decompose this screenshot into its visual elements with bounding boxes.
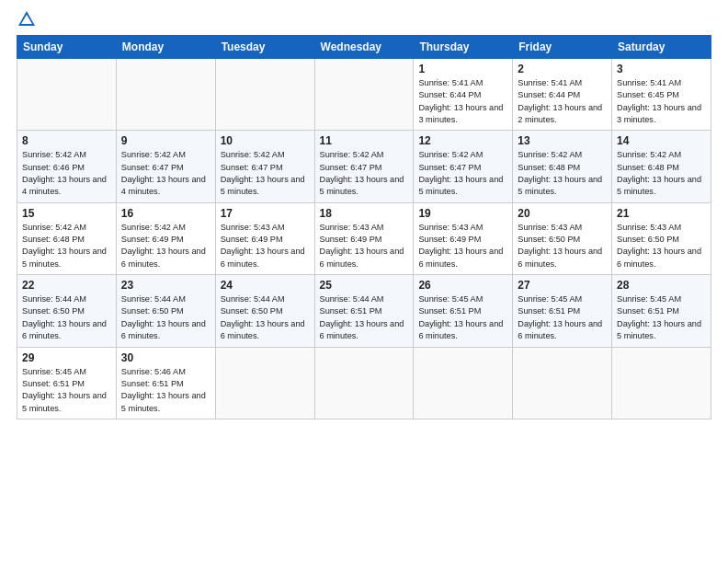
day-number: 11 xyxy=(320,134,409,147)
day-number: 15 xyxy=(22,207,111,220)
day-info: Sunrise: 5:42 AMSunset: 6:49 PMDaylight:… xyxy=(121,222,210,270)
day-number: 29 xyxy=(22,351,111,364)
day-info: Sunrise: 5:42 AMSunset: 6:47 PMDaylight:… xyxy=(320,149,409,198)
day-number: 28 xyxy=(617,279,706,292)
day-number: 12 xyxy=(418,134,507,147)
day-number: 10 xyxy=(221,134,310,147)
calendar-cell: 30Sunrise: 5:46 AMSunset: 6:51 PMDayligh… xyxy=(116,347,215,419)
calendar-cell: 25Sunrise: 5:44 AMSunset: 6:51 PMDayligh… xyxy=(314,275,414,347)
calendar-week-row: 15Sunrise: 5:42 AMSunset: 6:48 PMDayligh… xyxy=(17,202,711,274)
day-number: 18 xyxy=(320,207,409,220)
calendar-cell: 23Sunrise: 5:44 AMSunset: 6:50 PMDayligh… xyxy=(116,275,215,347)
calendar-week-row: 22Sunrise: 5:44 AMSunset: 6:50 PMDayligh… xyxy=(17,275,711,347)
day-number: 22 xyxy=(22,279,111,292)
calendar-cell: 22Sunrise: 5:44 AMSunset: 6:50 PMDayligh… xyxy=(17,275,117,347)
day-header-monday: Monday xyxy=(116,36,215,59)
calendar-cell: 16Sunrise: 5:42 AMSunset: 6:49 PMDayligh… xyxy=(116,202,215,274)
day-info: Sunrise: 5:44 AMSunset: 6:51 PMDaylight:… xyxy=(320,293,409,342)
day-number: 16 xyxy=(121,207,210,220)
calendar-cell xyxy=(314,59,414,131)
day-info: Sunrise: 5:45 AMSunset: 6:51 PMDaylight:… xyxy=(617,293,706,342)
day-info: Sunrise: 5:44 AMSunset: 6:50 PMDaylight:… xyxy=(121,293,210,342)
day-info: Sunrise: 5:43 AMSunset: 6:49 PMDaylight:… xyxy=(320,222,409,270)
day-number: 13 xyxy=(518,134,607,147)
day-header-tuesday: Tuesday xyxy=(215,36,314,59)
header xyxy=(17,9,711,29)
day-info: Sunrise: 5:43 AMSunset: 6:50 PMDaylight:… xyxy=(518,222,607,270)
day-info: Sunrise: 5:43 AMSunset: 6:49 PMDaylight:… xyxy=(221,222,310,270)
calendar-week-row: 1Sunrise: 5:41 AMSunset: 6:44 PMDaylight… xyxy=(17,59,711,131)
calendar-cell: 24Sunrise: 5:44 AMSunset: 6:50 PMDayligh… xyxy=(215,275,314,347)
calendar-week-row: 8Sunrise: 5:42 AMSunset: 6:46 PMDaylight… xyxy=(17,131,711,202)
day-number: 25 xyxy=(320,279,409,292)
calendar-cell: 27Sunrise: 5:45 AMSunset: 6:51 PMDayligh… xyxy=(513,275,612,347)
calendar-cell xyxy=(17,59,117,131)
day-info: Sunrise: 5:42 AMSunset: 6:47 PMDaylight:… xyxy=(418,149,507,198)
day-info: Sunrise: 5:42 AMSunset: 6:48 PMDaylight:… xyxy=(617,149,706,198)
day-number: 1 xyxy=(418,63,507,75)
calendar-cell: 19Sunrise: 5:43 AMSunset: 6:49 PMDayligh… xyxy=(414,202,513,274)
calendar-cell: 14Sunrise: 5:42 AMSunset: 6:48 PMDayligh… xyxy=(612,131,711,202)
day-number: 23 xyxy=(121,279,210,292)
day-info: Sunrise: 5:46 AMSunset: 6:51 PMDaylight:… xyxy=(121,366,210,415)
calendar-cell xyxy=(513,347,612,419)
calendar-cell: 20Sunrise: 5:43 AMSunset: 6:50 PMDayligh… xyxy=(513,202,612,274)
calendar-cell: 11Sunrise: 5:42 AMSunset: 6:47 PMDayligh… xyxy=(314,131,414,202)
day-info: Sunrise: 5:45 AMSunset: 6:51 PMDaylight:… xyxy=(22,366,111,415)
calendar-week-row: 29Sunrise: 5:45 AMSunset: 6:51 PMDayligh… xyxy=(17,347,711,419)
calendar-cell: 2Sunrise: 5:41 AMSunset: 6:44 PMDaylight… xyxy=(513,59,612,131)
calendar-cell: 21Sunrise: 5:43 AMSunset: 6:50 PMDayligh… xyxy=(612,202,711,274)
day-number: 30 xyxy=(121,351,210,364)
day-info: Sunrise: 5:42 AMSunset: 6:48 PMDaylight:… xyxy=(518,149,607,198)
calendar-cell xyxy=(314,347,414,419)
day-info: Sunrise: 5:42 AMSunset: 6:48 PMDaylight:… xyxy=(22,222,111,270)
day-header-thursday: Thursday xyxy=(414,36,513,59)
day-number: 20 xyxy=(518,207,607,220)
calendar-cell: 17Sunrise: 5:43 AMSunset: 6:49 PMDayligh… xyxy=(215,202,314,274)
day-number: 19 xyxy=(418,207,507,220)
day-number: 21 xyxy=(617,207,706,220)
day-info: Sunrise: 5:41 AMSunset: 6:44 PMDaylight:… xyxy=(518,77,607,126)
day-header-wednesday: Wednesday xyxy=(314,36,414,59)
calendar-table: SundayMondayTuesdayWednesdayThursdayFrid… xyxy=(17,35,711,419)
calendar-cell: 13Sunrise: 5:42 AMSunset: 6:48 PMDayligh… xyxy=(513,131,612,202)
day-info: Sunrise: 5:42 AMSunset: 6:47 PMDaylight:… xyxy=(121,149,210,198)
day-number: 17 xyxy=(221,207,310,220)
page: SundayMondayTuesdayWednesdayThursdayFrid… xyxy=(0,0,728,563)
calendar-cell: 15Sunrise: 5:42 AMSunset: 6:48 PMDayligh… xyxy=(17,202,117,274)
day-number: 26 xyxy=(418,279,507,292)
calendar-header-row: SundayMondayTuesdayWednesdayThursdayFrid… xyxy=(17,36,711,59)
day-info: Sunrise: 5:41 AMSunset: 6:45 PMDaylight:… xyxy=(617,77,706,126)
calendar-cell: 29Sunrise: 5:45 AMSunset: 6:51 PMDayligh… xyxy=(17,347,117,419)
calendar-cell xyxy=(612,347,711,419)
calendar-cell: 9Sunrise: 5:42 AMSunset: 6:47 PMDaylight… xyxy=(116,131,215,202)
day-number: 2 xyxy=(518,63,607,75)
day-info: Sunrise: 5:41 AMSunset: 6:44 PMDaylight:… xyxy=(418,77,507,126)
day-number: 14 xyxy=(617,134,706,147)
day-info: Sunrise: 5:44 AMSunset: 6:50 PMDaylight:… xyxy=(22,293,111,342)
day-info: Sunrise: 5:44 AMSunset: 6:50 PMDaylight:… xyxy=(221,293,310,342)
day-number: 9 xyxy=(121,134,210,147)
day-header-friday: Friday xyxy=(513,36,612,59)
day-info: Sunrise: 5:45 AMSunset: 6:51 PMDaylight:… xyxy=(518,293,607,342)
calendar-cell xyxy=(414,347,513,419)
day-header-saturday: Saturday xyxy=(612,36,711,59)
day-header-sunday: Sunday xyxy=(17,36,117,59)
day-info: Sunrise: 5:45 AMSunset: 6:51 PMDaylight:… xyxy=(418,293,507,342)
day-number: 8 xyxy=(22,134,111,147)
calendar-cell: 12Sunrise: 5:42 AMSunset: 6:47 PMDayligh… xyxy=(414,131,513,202)
day-info: Sunrise: 5:43 AMSunset: 6:50 PMDaylight:… xyxy=(617,222,706,270)
calendar-cell: 18Sunrise: 5:43 AMSunset: 6:49 PMDayligh… xyxy=(314,202,414,274)
calendar-cell: 28Sunrise: 5:45 AMSunset: 6:51 PMDayligh… xyxy=(612,275,711,347)
calendar-cell xyxy=(215,59,314,131)
calendar-cell xyxy=(116,59,215,131)
logo xyxy=(17,9,40,29)
day-number: 27 xyxy=(518,279,607,292)
calendar-cell: 26Sunrise: 5:45 AMSunset: 6:51 PMDayligh… xyxy=(414,275,513,347)
calendar-cell: 10Sunrise: 5:42 AMSunset: 6:47 PMDayligh… xyxy=(215,131,314,202)
calendar-cell: 1Sunrise: 5:41 AMSunset: 6:44 PMDaylight… xyxy=(414,59,513,131)
day-number: 3 xyxy=(617,63,706,75)
day-info: Sunrise: 5:43 AMSunset: 6:49 PMDaylight:… xyxy=(418,222,507,270)
day-info: Sunrise: 5:42 AMSunset: 6:47 PMDaylight:… xyxy=(221,149,310,198)
logo-icon xyxy=(17,9,37,29)
